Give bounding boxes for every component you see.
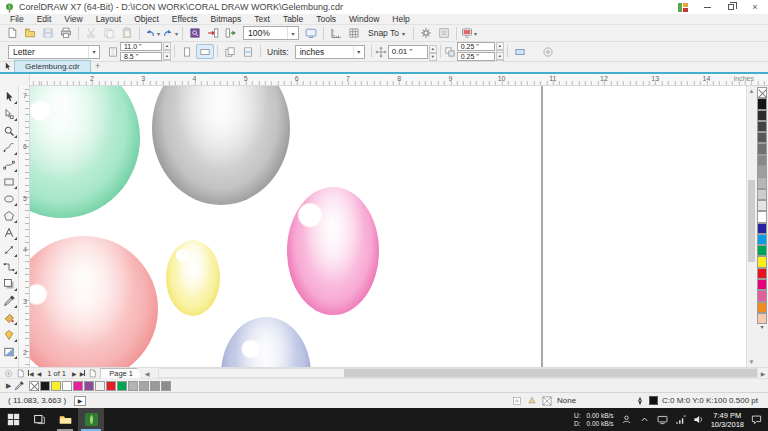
restore-button[interactable] [726,2,736,12]
color-swatch[interactable] [161,381,171,391]
zoom-tool[interactable] [1,122,18,139]
text-tool[interactable] [1,224,18,241]
color-swatch[interactable] [757,200,767,211]
open-button[interactable] [21,26,39,41]
print-button[interactable] [57,26,75,41]
color-swatch[interactable] [757,177,767,188]
duplicate-y-spinner[interactable]: ▲▼ [496,52,504,61]
color-swatch[interactable] [757,121,767,132]
coreldraw-taskbar-button[interactable] [78,408,104,431]
page-height-spinner[interactable]: ▲▼ [163,52,171,61]
bezier-tool[interactable] [1,156,18,173]
new-button[interactable] [3,26,21,41]
menu-file[interactable]: File [4,14,30,25]
smart-fill-tool[interactable] [1,326,18,343]
add-plugin-button[interactable] [539,44,557,59]
color-swatch[interactable] [757,189,767,200]
undo-button[interactable]: ▾ [143,26,161,41]
duplicate-y-field[interactable]: 0.25 " [457,52,495,61]
color-proof-icon[interactable] [527,396,537,406]
red-bubble[interactable] [30,236,158,367]
menu-table[interactable]: Table [277,14,309,25]
drawing-canvas[interactable] [30,86,746,367]
menu-edit[interactable]: Edit [31,14,58,25]
color-swatch[interactable] [757,290,767,301]
eyedropper-tool[interactable] [1,292,18,309]
eyedropper-icon[interactable] [14,381,24,391]
rectangle-tool[interactable] [1,173,18,190]
quick-customize-icon[interactable] [0,60,14,72]
blue-bubble[interactable] [221,317,311,367]
pink-bubble[interactable] [287,187,379,315]
snap-to-button[interactable]: Snap To▾ [363,26,410,41]
yellow-bubble[interactable] [166,240,220,316]
connector-tool[interactable] [1,258,18,275]
menu-help[interactable]: Help [386,14,415,25]
pick-tool[interactable] [1,88,18,105]
task-view-button[interactable] [26,408,52,431]
gray-bubble[interactable] [152,86,290,205]
palette-flyout-arrow[interactable]: ▶ [6,382,11,390]
vertical-ruler[interactable]: 765432 [19,86,30,367]
color-swatch[interactable] [757,268,767,279]
color-swatch[interactable] [757,234,767,245]
color-swatch[interactable] [62,381,72,391]
volume-icon[interactable] [693,414,704,425]
polygon-tool[interactable] [1,207,18,224]
menu-object[interactable]: Object [128,14,165,25]
shape-tool[interactable] [1,105,18,122]
color-swatch[interactable] [757,143,767,154]
color-swatch[interactable] [73,381,83,391]
color-swatch[interactable] [106,381,116,391]
color-swatch[interactable] [757,87,767,98]
document-tab[interactable]: Gelembung.cdr [14,60,91,72]
scroll-down-arrow[interactable]: ▼ [747,357,756,367]
page-size-select[interactable]: Letter▾ [8,45,100,59]
vertical-scroll-thumb[interactable] [748,180,755,262]
color-swatch[interactable] [757,279,767,290]
all-pages-button[interactable] [221,44,239,59]
horizontal-scrollbar[interactable] [158,368,758,378]
color-swatch[interactable] [150,381,160,391]
new-tab-button[interactable]: + [91,60,105,72]
menu-tools[interactable]: Tools [310,14,342,25]
app-launcher-button[interactable]: ▾ [460,26,478,41]
show-rulers-button[interactable] [327,26,345,41]
color-swatch[interactable] [757,313,767,324]
view-manager-button[interactable] [435,26,453,41]
previous-page-button[interactable]: ◀ [37,370,42,377]
menu-window[interactable]: Window [343,14,385,25]
ruler-origin[interactable] [0,74,30,86]
search-content-button[interactable] [186,26,204,41]
cut-button[interactable] [82,26,100,41]
landscape-button[interactable] [196,44,214,59]
export-button[interactable] [222,26,240,41]
action-center-icon[interactable] [751,414,762,425]
vertical-scrollbar[interactable]: ▲ ▼ [746,86,756,367]
horizontal-ruler[interactable]: inches 234567891011121314 [0,74,768,86]
color-swatch[interactable] [757,256,767,267]
drop-shadow-tool[interactable] [1,275,18,292]
color-swatch[interactable] [95,381,105,391]
import-button[interactable] [204,26,222,41]
membership-badge-icon[interactable] [678,3,688,12]
minimize-button[interactable] [702,2,712,12]
scroll-up-arrow[interactable]: ▲ [747,86,756,96]
color-swatch[interactable] [757,302,767,313]
color-swatch[interactable] [757,223,767,234]
document-properties-icon[interactable] [512,396,522,406]
tray-expand-icon[interactable] [639,414,650,425]
duplicate-x-field[interactable]: 0.25 " [457,42,495,51]
nudge-spinner[interactable]: ▲▼ [429,45,437,59]
close-button[interactable]: × [750,2,760,12]
new-page-icon[interactable] [88,369,97,378]
freehand-tool[interactable] [1,139,18,156]
color-swatch[interactable] [757,166,767,177]
page-width-field[interactable]: 11.0 " [120,42,162,51]
save-button[interactable] [39,26,57,41]
interactive-fill-tool[interactable] [1,343,18,360]
dimension-tool[interactable] [1,241,18,258]
color-swatch[interactable] [757,132,767,143]
first-page-button[interactable]: ◀ [28,370,34,377]
color-swatch[interactable] [51,381,61,391]
